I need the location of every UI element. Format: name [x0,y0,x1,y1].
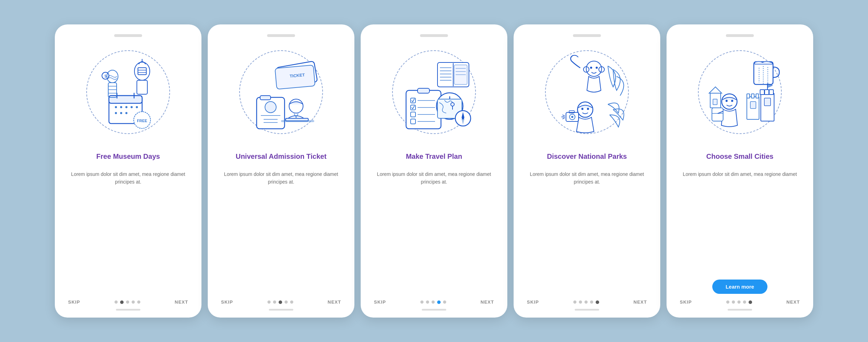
screen-4-description: Lorem ipsum dolor sit dim amet, mea regi… [524,170,650,295]
svg-rect-104 [764,98,771,106]
svg-rect-95 [751,94,754,98]
svg-rect-100 [769,90,773,95]
svg-point-105 [722,94,737,109]
dots-4 [573,300,599,304]
dot-2-5 [290,300,293,304]
dot-5-4 [743,300,746,304]
illustration-ticket: TICKET TICKET [232,43,330,141]
svg-rect-96 [756,94,759,98]
screen-5-nav: SKIP NEXT [677,299,803,305]
svg-point-68 [451,103,454,106]
screen-2-title: Universal Admission Ticket [236,147,326,165]
svg-point-39 [289,99,303,113]
svg-point-84 [571,116,573,118]
svg-rect-97 [761,93,774,121]
museum-svg: FREE [81,45,175,139]
svg-point-4 [115,106,117,108]
phone-screen-1: FREE [55,24,201,318]
svg-point-5 [120,106,122,108]
svg-text:FREE: FREE [137,119,147,123]
svg-text:$: $ [104,74,106,78]
svg-rect-1 [109,96,142,103]
dot-3-3 [432,300,435,304]
screens-container: FREE [55,24,813,318]
screen-1-nav: SKIP NEXT [65,299,191,305]
skip-button-4[interactable]: SKIP [527,299,539,305]
screen-5-title: Choose Small Cities [706,147,773,165]
phone-notch-3 [420,34,448,37]
svg-rect-98 [760,90,764,95]
svg-point-35 [265,102,276,113]
next-button-4[interactable]: NEXT [633,299,647,305]
skip-button-3[interactable]: SKIP [374,299,386,305]
dots-5 [726,300,752,304]
parks-svg [540,45,634,139]
screen-4-title: Discover National Parks [547,147,627,165]
phone-screen-3: Make Travel Plan Lorem ipsum dolor sit d… [361,24,507,318]
svg-rect-41 [281,120,314,122]
skip-button-5[interactable]: SKIP [680,299,692,305]
svg-rect-103 [750,102,756,109]
screen-3-title: Make Travel Plan [406,147,462,165]
screen-3-nav: SKIP NEXT [371,299,497,305]
svg-point-106 [726,100,728,102]
svg-rect-34 [260,96,271,100]
dot-2-4 [285,300,288,304]
svg-point-80 [581,108,583,110]
dot-5-2 [732,300,735,304]
svg-rect-112 [713,99,717,105]
svg-point-14 [134,62,150,80]
next-button-1[interactable]: NEXT [175,299,188,305]
skip-button-1[interactable]: SKIP [68,299,80,305]
learn-more-button[interactable]: Learn more [712,280,767,294]
dot-5-1 [726,300,729,304]
travel-svg [387,45,481,139]
phone-screen-4: Discover National Parks Lorem ipsum dolo… [514,24,660,318]
dot-3-2 [426,300,429,304]
phone-notch [114,34,142,37]
svg-point-74 [586,61,602,76]
dot-1-5 [137,300,140,304]
svg-rect-99 [765,90,769,95]
bottom-bar-4 [575,309,599,311]
svg-point-78 [596,67,598,69]
svg-point-10 [120,112,122,114]
dot-1-2 [120,300,124,304]
dot-1-1 [115,300,118,304]
svg-rect-19 [137,80,147,94]
bottom-bar-1 [116,309,140,311]
dot-3-1 [420,300,424,304]
next-button-3[interactable]: NEXT [480,299,494,305]
bottom-bar-3 [422,309,446,311]
svg-point-8 [136,106,138,108]
svg-rect-94 [747,94,750,98]
dots-1 [115,300,140,304]
cities-svg [693,45,787,139]
svg-line-88 [562,118,565,119]
screen-1-title: Free Museum Days [96,147,160,165]
dot-4-3 [584,300,588,304]
svg-point-9 [115,112,117,114]
next-button-5[interactable]: NEXT [786,299,800,305]
illustration-parks [538,43,636,141]
illustration-travel [385,43,483,141]
svg-point-6 [125,106,127,108]
svg-point-79 [578,102,593,117]
svg-rect-54 [418,88,429,93]
phone-screen-2: TICKET TICKET [208,24,354,318]
screen-2-nav: SKIP NEXT [218,299,344,305]
svg-point-81 [587,108,589,110]
dot-4-5 [596,300,599,304]
bottom-bar-5 [728,309,752,311]
dot-2-3 [279,300,282,304]
skip-button-2[interactable]: SKIP [221,299,233,305]
phone-notch-4 [573,34,601,37]
screen-3-description: Lorem ipsum dolor sit dim amet, mea regi… [371,170,497,295]
svg-point-77 [590,67,592,69]
svg-point-107 [731,100,733,102]
dot-5-5 [749,300,752,304]
next-button-2[interactable]: NEXT [328,299,341,305]
phone-notch-2 [267,34,295,37]
svg-rect-108 [712,108,723,121]
illustration-museum: FREE [79,43,177,141]
